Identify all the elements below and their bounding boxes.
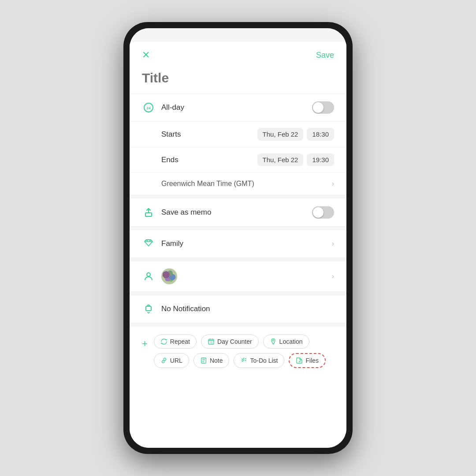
divider-3 <box>130 258 346 261</box>
location-icon <box>270 338 277 345</box>
memo-toggle[interactable] <box>312 206 334 219</box>
todo-chip[interactable]: To-Do List <box>234 353 284 368</box>
category-chevron: › <box>332 240 334 248</box>
notification-section: No Notification <box>130 295 346 323</box>
ends-label: Ends <box>161 156 257 164</box>
people-icon <box>142 270 155 283</box>
ends-date-chip[interactable]: Thu, Feb 22 <box>257 153 304 166</box>
allday-toggle[interactable] <box>312 101 334 114</box>
allday-section: 24 All-day Starts Thu, Feb 22 18:30 <box>130 94 346 195</box>
extras-row: + Repeat <box>142 335 334 368</box>
starts-label: Starts <box>161 130 257 139</box>
save-button[interactable]: Save <box>316 51 334 60</box>
svg-text:+1: +1 <box>210 342 212 344</box>
day-counter-icon: +1 <box>208 338 215 345</box>
note-chip[interactable]: Note <box>193 353 230 368</box>
phone-screen: ✕ Save 24 All-day <box>130 28 346 448</box>
extras-section: + Repeat <box>130 327 346 376</box>
notification-label: No Notification <box>161 305 334 313</box>
divider-2 <box>130 227 346 230</box>
divider-4 <box>130 292 346 295</box>
allday-label: All-day <box>161 103 312 112</box>
memo-row: Save as memo <box>130 199 346 227</box>
files-icon <box>296 357 303 364</box>
people-row[interactable]: › <box>130 261 346 292</box>
allday-row: 24 All-day <box>130 94 346 122</box>
svg-point-8 <box>272 340 274 341</box>
ends-right: Thu, Feb 22 19:30 <box>257 153 334 166</box>
memo-label: Save as memo <box>161 208 312 217</box>
people-section: › <box>130 261 346 292</box>
memo-section: Save as memo <box>130 199 346 227</box>
app-content: ✕ Save 24 All-day <box>130 41 346 448</box>
starts-time-chip[interactable]: 18:30 <box>307 128 334 141</box>
url-chip[interactable]: URL <box>154 353 189 368</box>
location-chip[interactable]: Location <box>263 335 309 349</box>
files-chip[interactable]: Files <box>289 353 326 368</box>
allday-icon: 24 <box>142 101 155 114</box>
phone-frame: ✕ Save 24 All-day <box>123 22 353 454</box>
repeat-chip[interactable]: Repeat <box>154 335 197 349</box>
ends-row: Ends Thu, Feb 22 19:30 <box>130 147 346 173</box>
category-row[interactable]: Family › <box>130 230 346 258</box>
starts-right: Thu, Feb 22 18:30 <box>257 128 334 141</box>
starts-date-chip[interactable]: Thu, Feb 22 <box>257 128 304 141</box>
people-chevron: › <box>332 272 334 280</box>
title-section <box>130 65 346 94</box>
add-feature-icon[interactable]: + <box>142 338 148 350</box>
close-button[interactable]: ✕ <box>142 49 150 61</box>
day-counter-chip[interactable]: +1 Day Counter <box>201 335 259 349</box>
location-label: Location <box>279 338 303 345</box>
status-bar <box>130 28 346 41</box>
header: ✕ Save <box>130 41 346 65</box>
notification-row[interactable]: No Notification <box>130 295 346 323</box>
url-icon <box>160 357 167 364</box>
avatar <box>161 268 177 284</box>
timezone-row[interactable]: Greenwich Mean Time (GMT) › <box>130 173 346 195</box>
note-label: Note <box>210 357 223 364</box>
todo-label: To-Do List <box>250 357 278 364</box>
starts-row: Starts Thu, Feb 22 18:30 <box>130 122 346 147</box>
todo-icon <box>240 357 247 364</box>
memo-icon <box>142 206 155 219</box>
svg-point-3 <box>147 273 150 276</box>
files-label: Files <box>305 357 319 364</box>
ends-time-chip[interactable]: 19:30 <box>307 153 334 166</box>
notification-icon <box>142 302 155 316</box>
note-icon <box>200 357 207 364</box>
category-section: Family › <box>130 230 346 258</box>
feature-chips: Repeat +1 Day Counter <box>154 335 334 368</box>
svg-rect-2 <box>145 213 152 216</box>
timezone-label: Greenwich Mean Time (GMT) <box>161 180 330 188</box>
title-input[interactable] <box>142 71 334 86</box>
repeat-label: Repeat <box>170 338 190 345</box>
divider-1 <box>130 195 346 199</box>
divider-5 <box>130 323 346 327</box>
timezone-chevron: › <box>332 180 334 188</box>
url-label: URL <box>170 357 182 364</box>
category-label: Family <box>161 239 330 248</box>
category-icon <box>142 237 155 250</box>
day-counter-label: Day Counter <box>217 338 252 345</box>
svg-rect-4 <box>146 306 151 311</box>
repeat-icon <box>160 338 167 345</box>
svg-text:24: 24 <box>147 106 151 110</box>
